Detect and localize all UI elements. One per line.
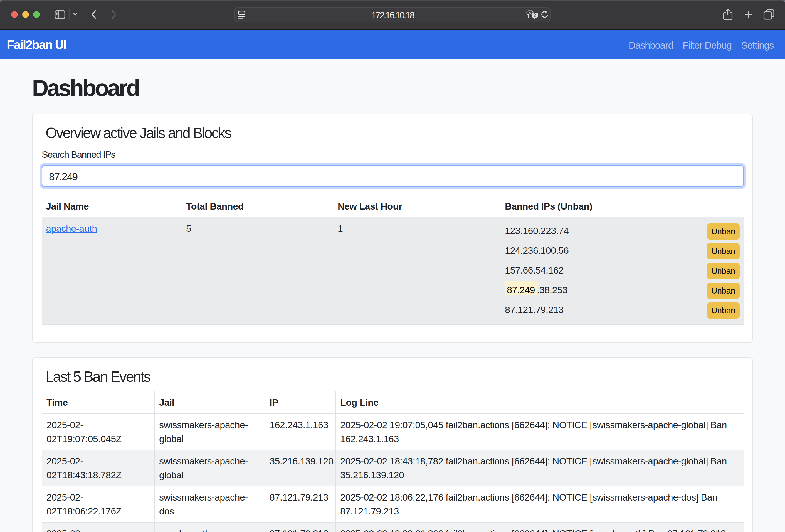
svg-text:文: 文 (533, 13, 537, 18)
svg-text:A: A (529, 11, 532, 16)
